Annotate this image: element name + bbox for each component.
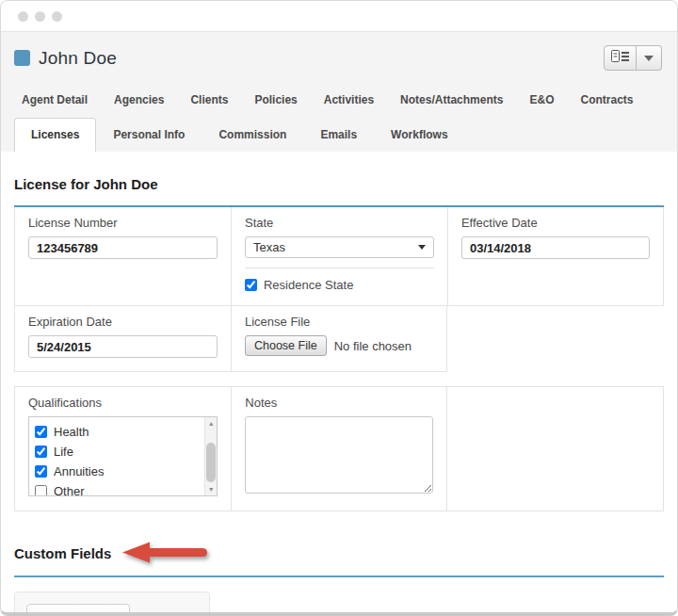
qualification-checkbox[interactable] xyxy=(35,446,47,458)
qualifications-label: Qualifications xyxy=(28,396,218,410)
qualifications-notes-group: Qualifications Health Life xyxy=(14,386,664,511)
residence-state-label: Residence State xyxy=(264,278,353,292)
select-caret-icon xyxy=(418,245,426,250)
tab-commission[interactable]: Commission xyxy=(202,118,303,152)
effective-date-input[interactable] xyxy=(461,236,650,259)
qualification-option: Life xyxy=(35,442,217,462)
agent-color-icon xyxy=(14,50,30,66)
license-number-cell: License Number xyxy=(14,207,231,306)
choose-file-button[interactable]: Choose File xyxy=(245,335,327,356)
empty-cell xyxy=(447,387,663,511)
qualification-checkbox[interactable] xyxy=(35,465,47,478)
scroll-down-icon[interactable]: ▼ xyxy=(205,483,217,495)
tab-contracts[interactable]: Contracts xyxy=(567,88,646,112)
record-header: John Doe xyxy=(1,32,677,82)
expiration-date-label: Expiration Date xyxy=(28,315,218,329)
license-form: License Number State Texas Residence Sta… xyxy=(14,205,664,372)
license-number-input[interactable] xyxy=(28,236,218,259)
state-cell: State Texas Residence State xyxy=(231,207,447,306)
tab-personal-info[interactable]: Personal Info xyxy=(96,118,202,152)
expiration-date-cell: Expiration Date xyxy=(14,306,231,372)
effective-date-label: Effective Date xyxy=(461,216,650,230)
app-window: John Doe xyxy=(0,0,678,616)
qualification-checkbox[interactable] xyxy=(35,485,47,496)
state-select-value: Texas xyxy=(253,240,285,254)
tab-workflows[interactable]: Workflows xyxy=(374,118,464,152)
state-select[interactable]: Texas xyxy=(245,236,434,258)
qualifications-scrollbar[interactable]: ▲ ▼ xyxy=(204,417,217,495)
license-file-label: License File xyxy=(245,315,433,329)
secondary-tab-bar: Licenses Personal Info Commission Emails… xyxy=(1,112,677,152)
header-actions xyxy=(604,45,662,71)
custom-fields-rule xyxy=(14,575,664,577)
qualification-option: Health xyxy=(35,422,217,442)
header-dropdown-button[interactable] xyxy=(637,45,662,71)
tab-notes-attachments[interactable]: Notes/Attachments xyxy=(387,88,516,112)
qualifications-listbox: Health Life Annuities xyxy=(28,416,218,496)
residence-state-checkbox[interactable] xyxy=(245,279,257,291)
scrollbar-thumb[interactable] xyxy=(206,443,216,482)
tab-agencies[interactable]: Agencies xyxy=(101,88,177,112)
qualification-checkbox[interactable] xyxy=(35,426,47,438)
notes-textarea[interactable] xyxy=(245,416,432,494)
residence-state-row: Residence State xyxy=(245,278,434,292)
effective-date-cell: Effective Date xyxy=(447,207,664,306)
empty-cell xyxy=(447,306,664,372)
notes-cell: Notes xyxy=(231,387,446,511)
window-dot-icon xyxy=(18,11,28,22)
state-divider xyxy=(245,267,434,268)
file-chosen-status: No file chosen xyxy=(334,339,412,353)
chevron-down-icon xyxy=(644,56,654,61)
tab-licenses[interactable]: Licenses xyxy=(14,118,96,152)
tab-e-o[interactable]: E&O xyxy=(516,88,567,112)
tab-emails[interactable]: Emails xyxy=(303,118,374,152)
license-number-label: License Number xyxy=(28,216,218,230)
qualification-option: Annuities xyxy=(35,462,217,481)
custom-fields-title: Custom Fields xyxy=(14,545,111,561)
custom-fields-panel: Add/Edit Fields xyxy=(14,592,210,616)
tab-activities[interactable]: Activities xyxy=(311,88,387,112)
expiration-date-input[interactable] xyxy=(28,335,218,358)
scroll-up-icon[interactable]: ▲ xyxy=(205,417,217,430)
page-title: John Doe xyxy=(39,48,117,69)
add-edit-fields-button[interactable]: Add/Edit Fields xyxy=(26,604,130,616)
window-dot-icon xyxy=(35,11,45,22)
license-section-title: License for John Doe xyxy=(14,176,664,192)
notes-label: Notes xyxy=(245,396,432,410)
window-titlebar xyxy=(1,1,677,32)
document-list-icon xyxy=(611,50,629,67)
tab-policies[interactable]: Policies xyxy=(241,88,310,112)
license-file-cell: License File Choose File No file chosen xyxy=(231,306,447,372)
qualifications-cell: Qualifications Health Life xyxy=(15,387,231,511)
tab-agent-detail[interactable]: Agent Detail xyxy=(8,88,101,112)
state-label: State xyxy=(245,216,434,230)
window-dot-icon xyxy=(52,11,62,22)
report-button[interactable] xyxy=(604,45,637,71)
primary-tab-bar: Agent Detail Agencies Clients Policies A… xyxy=(1,82,677,112)
red-arrow-icon xyxy=(121,540,209,566)
tab-clients[interactable]: Clients xyxy=(177,88,241,112)
qualification-option: Other xyxy=(35,481,217,496)
